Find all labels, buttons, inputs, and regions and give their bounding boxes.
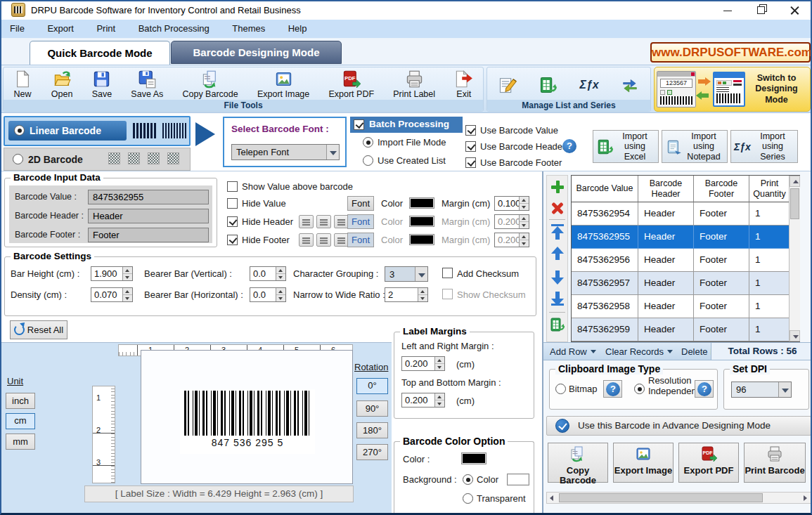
table-row[interactable]: 8475362957HeaderFooter1 xyxy=(572,272,790,295)
header-font-button[interactable]: Font xyxy=(347,214,374,229)
import-file-mode-radio[interactable] xyxy=(363,137,373,148)
edit-list-button[interactable] xyxy=(498,74,517,95)
rotation-270-button[interactable]: 270° xyxy=(356,444,388,460)
save-button[interactable]: Save xyxy=(92,68,112,99)
table-row[interactable]: 8475362958HeaderFooter1 xyxy=(572,295,790,318)
tab-barcode-designing-mode[interactable]: Barcode Designing Mode xyxy=(171,41,342,64)
import-using-excel-button[interactable]: Import using Excel xyxy=(593,130,659,163)
resolution-independent-radio[interactable] xyxy=(634,384,645,394)
use-barcode-header-checkbox[interactable] xyxy=(465,141,476,152)
show-checksum-checkbox[interactable] xyxy=(442,289,453,299)
value-font-button[interactable]: Font xyxy=(347,196,374,211)
copy-barcode-button[interactable]: Copy Barcode xyxy=(182,68,238,99)
spinner-up-icon[interactable] xyxy=(435,357,444,364)
spinner-up-icon[interactable] xyxy=(520,215,529,222)
menu-export[interactable]: Export xyxy=(37,20,84,39)
spinner-down-icon[interactable] xyxy=(123,274,132,280)
export-image-button[interactable]: Export Image xyxy=(257,68,309,99)
import-using-notepad-button[interactable]: Import using Notepad xyxy=(662,130,728,163)
series-function-button[interactable]: Σƒx xyxy=(579,77,598,91)
excel-list-button[interactable] xyxy=(539,74,558,95)
barcode-font-select[interactable]: Telepen Font xyxy=(231,144,340,160)
scroll-left-icon[interactable] xyxy=(550,495,553,501)
switch-to-designing-mode-button[interactable]: 123567 Switch to Designing Mode xyxy=(654,67,811,112)
chevron-down-icon[interactable] xyxy=(415,267,427,281)
spinner-down-icon[interactable] xyxy=(123,295,132,301)
spinner-down-icon[interactable] xyxy=(418,295,427,301)
spinner-down-icon[interactable] xyxy=(276,295,285,301)
reset-all-button[interactable]: Reset All xyxy=(10,320,67,339)
show-value-above-checkbox[interactable] xyxy=(227,181,238,192)
print-barcode-button[interactable]: Print Barcode xyxy=(744,443,806,483)
bar-height-spinner[interactable]: 1.900 xyxy=(91,266,133,281)
spinner-down-icon[interactable] xyxy=(520,204,529,210)
export-pdf-button[interactable]: Export PDF xyxy=(678,443,739,483)
add-row-button[interactable]: Add Row xyxy=(550,346,596,357)
use-in-advance-designing-toggle[interactable]: Use this Barcode in Advance Designing Mo… xyxy=(546,416,811,436)
print-label-button[interactable]: Print Label xyxy=(393,68,435,99)
spinner-down-icon[interactable] xyxy=(276,274,285,280)
spinner-up-icon[interactable] xyxy=(276,288,285,295)
spinner-up-icon[interactable] xyxy=(520,233,529,240)
background-color-swatch[interactable] xyxy=(507,474,529,485)
spinner-up-icon[interactable] xyxy=(123,267,132,274)
website-banner[interactable]: www.DRPUSOFTWARE.com xyxy=(650,42,811,63)
align-left-button[interactable] xyxy=(299,233,314,247)
new-button[interactable]: New xyxy=(13,68,32,99)
hide-footer-checkbox[interactable] xyxy=(227,235,238,245)
density-spinner[interactable]: 0.070 xyxy=(91,287,133,302)
column-header-barcode-footer[interactable]: Barcode Footer xyxy=(694,176,749,202)
move-down-icon[interactable] xyxy=(551,269,564,285)
linear-barcode-option[interactable]: Linear Barcode xyxy=(8,121,127,141)
table-row[interactable]: 8475362954HeaderFooter1 xyxy=(572,202,790,226)
move-up-icon[interactable] xyxy=(551,247,564,262)
scrollbar-thumb[interactable] xyxy=(790,188,799,219)
spinner-up-icon[interactable] xyxy=(520,197,529,204)
export-excel-icon[interactable] xyxy=(549,316,566,333)
spinner-down-icon[interactable] xyxy=(435,364,444,370)
rotation-180-button[interactable]: 180° xyxy=(356,422,388,438)
swap-list-button[interactable] xyxy=(620,74,640,95)
character-grouping-select[interactable]: 3 xyxy=(385,266,428,282)
table-row[interactable]: 8475362959HeaderFooter1 xyxy=(572,318,790,341)
header-margin-spinner[interactable]: 0.200 xyxy=(494,214,529,229)
menu-batch-processing[interactable]: Batch Processing xyxy=(129,20,219,39)
value-color-swatch[interactable] xyxy=(409,197,434,209)
rotation-0-button[interactable]: 0° xyxy=(356,378,388,394)
value-margin-spinner[interactable]: 0.100 xyxy=(494,196,529,211)
barcode-value-input[interactable]: 8475362955 xyxy=(88,190,209,204)
spinner-up-icon[interactable] xyxy=(123,288,132,295)
linear-barcode-radio[interactable] xyxy=(14,125,25,136)
header-color-swatch[interactable] xyxy=(409,216,434,227)
scrollbar-thumb[interactable] xyxy=(559,493,763,502)
left-right-margin-spinner[interactable]: 0.200 xyxy=(401,356,445,371)
move-top-icon[interactable] xyxy=(551,224,564,240)
batch-processing-checkbox[interactable] xyxy=(354,119,364,130)
rotation-90-button[interactable]: 90° xyxy=(356,400,388,417)
footer-margin-spinner[interactable]: 0.200 xyxy=(494,233,529,247)
export-image-button[interactable]: Export Image xyxy=(613,443,674,483)
use-barcode-footer-checkbox[interactable] xyxy=(465,157,476,168)
column-header-barcode-value[interactable]: Barcode Value xyxy=(572,176,638,202)
scroll-down-button[interactable] xyxy=(790,330,800,341)
restore-button[interactable] xyxy=(747,0,775,20)
hide-value-checkbox[interactable] xyxy=(227,198,238,209)
spinner-down-icon[interactable] xyxy=(435,400,444,407)
barcode-footer-input[interactable]: Footer xyxy=(88,228,209,242)
dpi-select[interactable]: 96 xyxy=(731,382,792,398)
help-icon[interactable] xyxy=(562,139,576,153)
unit-inch-button[interactable]: inch xyxy=(6,393,35,409)
copy-barcode-button[interactable]: Copy Barcode xyxy=(548,443,608,483)
spinner-up-icon[interactable] xyxy=(435,393,444,400)
hide-header-checkbox[interactable] xyxy=(227,216,238,227)
2d-barcode-panel[interactable]: 2D Barcode xyxy=(4,148,191,171)
align-center-button[interactable] xyxy=(316,215,331,228)
horizontal-scrollbar[interactable] xyxy=(546,492,811,504)
move-bottom-icon[interactable] xyxy=(551,290,564,306)
unit-cm-button[interactable]: cm xyxy=(6,413,35,429)
scroll-up-button[interactable] xyxy=(790,176,800,187)
barcode-header-input[interactable]: Header xyxy=(88,209,209,223)
spinner-up-icon[interactable] xyxy=(418,288,427,295)
2d-barcode-radio[interactable] xyxy=(13,154,23,164)
footer-font-button[interactable]: Font xyxy=(347,233,374,247)
